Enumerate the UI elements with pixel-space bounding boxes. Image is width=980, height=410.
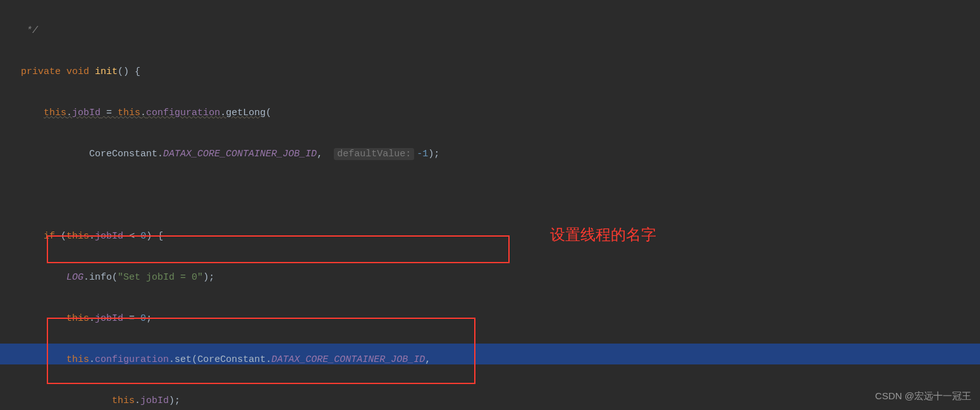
code-line: this.jobId); bbox=[4, 391, 980, 411]
annotation-label: 设置线程的名字 bbox=[550, 225, 656, 245]
code-line: this.jobId = 0; bbox=[4, 309, 980, 330]
param-hint: defaultValue: bbox=[334, 148, 414, 160]
blank-line bbox=[4, 185, 980, 206]
code-line: this.jobId = this.configuration.getLong( bbox=[4, 103, 980, 124]
watermark: CSDN @宏远十一冠王 bbox=[875, 386, 971, 407]
code-line: private void init() { bbox=[4, 62, 980, 83]
code-line: if (this.jobId < 0) { bbox=[4, 227, 980, 247]
code-line: CoreConstant.DATAX_CORE_CONTAINER_JOB_ID… bbox=[4, 144, 980, 165]
code-line: this.configuration.set(CoreConstant.DATA… bbox=[4, 350, 980, 371]
code-editor[interactable]: */ private void init() { this.jobId = th… bbox=[0, 0, 980, 410]
code-line: */ bbox=[4, 21, 980, 42]
comment-end: */ bbox=[27, 25, 38, 36]
code-line: LOG.info("Set jobId = 0"); bbox=[4, 268, 980, 289]
